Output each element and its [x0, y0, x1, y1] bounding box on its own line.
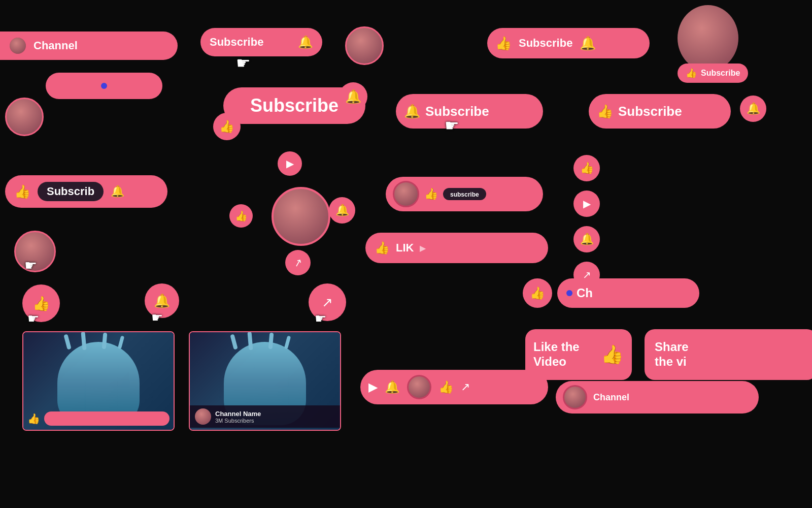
thumb-icon-chbr: 👍 — [530, 286, 545, 300]
like-bar-right[interactable]: 👍 LIK ▶ — [365, 233, 548, 263]
subscribe-label-farright: Subscribe — [618, 104, 682, 119]
subscribe-label-bottomleft: Subscrib — [47, 185, 94, 198]
share-icon-bl: ↗ — [322, 295, 333, 310]
channel-bar-topleft[interactable]: Channel — [0, 31, 178, 60]
bell-icon-centerleft: 🔔 — [335, 204, 349, 217]
vid-like-row-left: 👍 — [23, 409, 174, 428]
subscribe-dark-box: Subscrib — [38, 182, 104, 201]
subscribe-btn-midright[interactable]: 🔔 Subscribe — [396, 94, 543, 129]
play-icon-center: ▶ — [286, 157, 294, 170]
ch-label-bottom: Channel — [593, 392, 629, 403]
thumb-icon-controls[interactable]: 👍 — [438, 380, 454, 394]
channel-overlay-vidright: Channel Name 3M Subscribers — [190, 405, 340, 428]
bell-circle-bigcenter[interactable]: 🔔 — [339, 82, 367, 111]
play-icon-right-col: ▶ — [583, 198, 591, 210]
play-icon-controls[interactable]: ▶ — [368, 380, 378, 394]
share-circle-center[interactable]: ↗ — [285, 250, 311, 275]
subscribe-btn-farright[interactable]: 👍 Subscribe — [589, 94, 731, 129]
bell-icon-topright: 🔔 — [580, 36, 596, 51]
thumb-icon-vidleft[interactable]: 👍 — [27, 412, 40, 425]
thumb-circle-chbr[interactable]: 👍 — [523, 278, 552, 308]
cursor-midright: ☛ — [445, 116, 459, 135]
thumb-icon-bottomleft: 👍 — [14, 184, 30, 200]
thumb-icon-subrow: 👍 — [424, 187, 438, 201]
bell-icon-bigcenter: 🔔 — [345, 89, 361, 105]
thumb-icon-centerleft: 👍 — [235, 210, 248, 222]
subscribe-pill-midleft[interactable] — [46, 73, 162, 99]
video-thumb-left[interactable]: 👍 — [22, 331, 175, 431]
ch-info-vidright: Channel Name 3M Subscribers — [215, 410, 261, 424]
thumb-icon-likebar: 👍 — [375, 241, 390, 255]
thumb-circle-right-col[interactable]: 👍 — [573, 155, 600, 181]
thumb-icon-partial: 👍 — [686, 68, 697, 79]
dot-midleft — [101, 83, 107, 89]
subscribe-label-bigcenter: Subscribe — [250, 95, 339, 116]
play-circle-right-col[interactable]: ▶ — [573, 190, 600, 217]
share-video-label: Sharethe vi — [655, 340, 689, 369]
like-video-btn[interactable]: Like theVideo 👍 — [525, 329, 632, 380]
bell-circle-centerleft[interactable]: 🔔 — [329, 197, 355, 224]
cursor-avatar-left: ☛ — [24, 257, 37, 274]
channel-name-topleft: Channel — [33, 39, 78, 52]
subscribe-label-topright: Subscribe — [519, 37, 572, 50]
play-icon-likebar: ▶ — [420, 243, 426, 253]
share-icon-controls[interactable]: ↗ — [461, 380, 470, 394]
share-video-btn[interactable]: Sharethe vi — [645, 329, 812, 380]
sub-label-partial: Subscribe — [701, 69, 740, 78]
lik-label: LIK — [396, 241, 414, 255]
ch-label-br: Ch — [577, 286, 593, 300]
avatar-topleft — [8, 36, 27, 55]
ch-name-vidright: Channel Name — [215, 410, 261, 418]
thumb-circle-centerleft[interactable]: 👍 — [229, 204, 253, 228]
ch-subs-vidright: 3M Subscribers — [215, 418, 261, 424]
right-icon-column: 👍 ▶ 🔔 ↗ — [573, 155, 600, 288]
avatar-subrow-right — [393, 181, 419, 207]
thumb-icon-farright: 👍 — [597, 104, 613, 119]
subscribe-btn-topcenter[interactable]: Subscribe 🔔 — [200, 28, 322, 56]
bell-icon-controls[interactable]: 🔔 — [385, 380, 400, 394]
share-icon-center: ↗ — [292, 256, 304, 270]
bell-icon-farright-top: 🔔 — [747, 102, 760, 115]
avatar-midleft — [5, 98, 44, 136]
cursor-topcenter: ☛ — [236, 53, 251, 73]
avatar-chbr — [563, 385, 587, 409]
vid-like-bar-left — [44, 411, 170, 426]
thumb-icon-right-col: 👍 — [580, 162, 594, 175]
subscribe-dark-inner: subscribe — [443, 188, 486, 200]
channel-bar-bottomright[interactable]: Channel — [556, 381, 759, 414]
subscribe-btn-topright[interactable]: 👍 Subscribe 🔔 — [487, 28, 650, 58]
cursor-like-bl: ☛ — [27, 311, 39, 327]
controls-row-br[interactable]: ▶ 🔔 👍 ↗ — [360, 370, 548, 404]
sub-label-inner: subscribe — [450, 191, 479, 198]
avatar-center-big — [272, 187, 330, 246]
subscribe-bar-bottomleft[interactable]: 👍 Subscrib 🔔 — [5, 175, 167, 208]
channel-row-br: 👍 Ch — [523, 278, 699, 308]
video-thumb-right[interactable]: Channel Name 3M Subscribers — [189, 331, 341, 431]
cursor-share-bl: ☛ — [315, 311, 326, 327]
like-video-label: Like theVideo — [533, 340, 580, 369]
thumb-icon-topright: 👍 — [495, 36, 512, 51]
thumb-icon-bigcenter: 👍 — [219, 119, 234, 134]
bell-icon-right-col: 🔔 — [580, 233, 594, 246]
bell-circle-farright-top[interactable]: 🔔 — [740, 96, 766, 122]
thumb-icon-bl: 👍 — [32, 295, 50, 312]
cursor-bell-bl: ☛ — [151, 310, 163, 326]
ch-bar-br[interactable]: Ch — [557, 278, 699, 308]
bell-icon-topcenter: 🔔 — [298, 35, 313, 49]
thumb-circle-bigcenter[interactable]: 👍 — [213, 113, 241, 140]
avatar-farright-partial — [678, 5, 738, 71]
bell-icon-bl: 🔔 — [154, 293, 170, 309]
avatar-controls — [407, 375, 431, 399]
bell-circle-right-col[interactable]: 🔔 — [573, 226, 600, 252]
bell-icon-bottomleft: 🔔 — [111, 185, 124, 198]
dot-chbr — [566, 290, 572, 296]
subscribe-label-topcenter: Subscribe — [210, 36, 263, 49]
avatar-topcenter — [345, 26, 384, 65]
avatar-sub-row-right[interactable]: 👍 subscribe — [386, 177, 543, 211]
avatar-vidright — [195, 408, 211, 425]
subscribe-partial-farright[interactable]: 👍 Subscribe — [678, 64, 748, 83]
thumb-icon-likevideo: 👍 — [601, 344, 624, 365]
play-circle-center[interactable]: ▶ — [278, 151, 302, 176]
bell-icon-midright: 🔔 — [404, 104, 420, 119]
